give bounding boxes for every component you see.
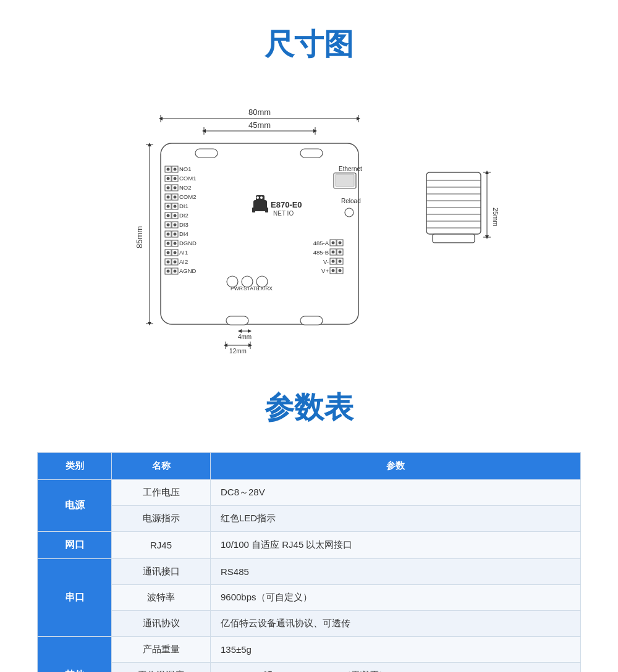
param-value: RS485 <box>211 559 581 585</box>
table-row: 工作温湿度 -40 ～ +85℃、5% ～ 95%RH（无凝露） <box>38 663 581 673</box>
table-row: 波特率 9600bps（可自定义） <box>38 585 581 611</box>
svg-text:V+: V+ <box>321 267 329 274</box>
svg-rect-91 <box>336 174 354 187</box>
params-section: 参数表 类别 名称 参数 电源 工作电压 DC8～28V 电源指示 红色LED <box>37 388 581 672</box>
svg-text:12mm: 12mm <box>229 348 247 355</box>
param-name: 产品重量 <box>112 637 211 663</box>
svg-rect-126 <box>426 172 481 234</box>
svg-text:DI1: DI1 <box>179 203 188 209</box>
svg-rect-13 <box>195 149 218 158</box>
header-name: 名称 <box>112 453 211 480</box>
svg-point-66 <box>167 261 170 264</box>
svg-rect-14 <box>300 149 323 158</box>
category-other: 其他 <box>38 637 112 673</box>
svg-rect-81 <box>253 200 267 211</box>
category-netport: 网口 <box>38 532 112 559</box>
param-name: 通讯协议 <box>112 611 211 637</box>
svg-text:AI2: AI2 <box>179 258 188 265</box>
param-name: 通讯接口 <box>112 559 211 585</box>
svg-point-48 <box>174 224 177 227</box>
header-category: 类别 <box>38 453 112 480</box>
svg-text:DI4: DI4 <box>179 230 188 237</box>
category-serial: 串口 <box>38 559 112 637</box>
svg-point-21 <box>167 177 170 180</box>
svg-point-28 <box>174 187 177 190</box>
param-value: DC8～28V <box>211 480 581 506</box>
svg-text:DI3: DI3 <box>179 221 188 228</box>
svg-text:NET IO: NET IO <box>273 210 294 217</box>
params-table: 类别 名称 参数 电源 工作电压 DC8～28V 电源指示 红色LED指示 <box>37 452 581 672</box>
table-row: 串口 通讯接口 RS485 <box>38 559 581 585</box>
params-title: 参数表 <box>37 388 581 427</box>
svg-point-83 <box>256 196 259 199</box>
svg-point-111 <box>332 269 335 272</box>
svg-point-68 <box>174 261 177 264</box>
svg-point-33 <box>174 196 177 199</box>
svg-point-106 <box>332 260 335 263</box>
table-row: 通讯协议 亿佰特云设备通讯协议、可透传 <box>38 611 581 637</box>
page-container: 尺寸图 <box>0 0 618 672</box>
param-value: 10/100 自适应 RJ45 以太网接口 <box>211 532 581 559</box>
svg-point-84 <box>260 196 263 199</box>
svg-text:V-: V- <box>323 258 329 265</box>
front-diagram: 80mm 45mm 85mm <box>117 89 377 357</box>
svg-rect-114 <box>226 316 248 325</box>
svg-point-38 <box>174 205 177 208</box>
param-value: 135±5g <box>211 637 581 663</box>
svg-point-108 <box>339 260 342 263</box>
svg-text:DI2: DI2 <box>179 212 188 219</box>
param-value: 红色LED指示 <box>211 506 581 532</box>
diagram-area: 80mm 45mm 85mm <box>37 89 581 357</box>
table-row: 电源指示 红色LED指示 <box>38 506 581 532</box>
header-param: 参数 <box>211 453 581 480</box>
svg-point-56 <box>167 242 170 245</box>
svg-point-16 <box>167 168 170 171</box>
table-row: 电源 工作电压 DC8～28V <box>38 480 581 506</box>
dimension-title: 尺寸图 <box>37 25 581 64</box>
svg-rect-115 <box>300 316 323 325</box>
side-diagram: 25mm <box>414 135 501 311</box>
svg-point-98 <box>339 242 342 245</box>
svg-text:TX/RX: TX/RX <box>257 285 273 292</box>
param-name: 波特率 <box>112 585 211 611</box>
svg-text:Reload: Reload <box>341 198 361 204</box>
param-name: RJ45 <box>112 532 211 559</box>
svg-text:NO1: NO1 <box>179 166 192 172</box>
svg-text:485-A: 485-A <box>313 240 329 246</box>
dimension-section: 尺寸图 <box>37 25 581 357</box>
svg-point-58 <box>174 242 177 245</box>
svg-text:COM1: COM1 <box>179 175 196 182</box>
svg-point-63 <box>174 251 177 254</box>
svg-text:4mm: 4mm <box>238 334 252 340</box>
param-value: 9600bps（可自定义） <box>211 585 581 611</box>
param-value: 亿佰特云设备通讯协议、可透传 <box>211 611 581 637</box>
svg-text:AGND: AGND <box>179 267 197 274</box>
svg-point-103 <box>339 251 342 254</box>
svg-text:85mm: 85mm <box>135 226 144 248</box>
svg-point-36 <box>167 205 170 208</box>
svg-text:25mm: 25mm <box>492 208 499 227</box>
svg-point-73 <box>174 270 177 273</box>
svg-point-41 <box>167 214 170 217</box>
table-row: 其他 产品重量 135±5g <box>38 637 581 663</box>
svg-point-26 <box>167 187 170 190</box>
svg-point-23 <box>174 177 177 180</box>
svg-text:AI1: AI1 <box>179 249 188 256</box>
svg-point-31 <box>167 196 170 199</box>
svg-text:COM2: COM2 <box>179 193 196 200</box>
svg-point-18 <box>174 168 177 171</box>
svg-point-46 <box>167 224 170 227</box>
svg-point-93 <box>345 208 353 217</box>
svg-point-113 <box>339 269 342 272</box>
svg-point-53 <box>174 233 177 236</box>
svg-point-101 <box>332 251 335 254</box>
svg-point-43 <box>174 214 177 217</box>
svg-rect-86 <box>265 208 268 212</box>
param-name: 电源指示 <box>112 506 211 532</box>
svg-text:NO2: NO2 <box>179 184 192 191</box>
svg-text:80mm: 80mm <box>248 107 271 117</box>
category-power: 电源 <box>38 480 112 532</box>
svg-text:DGND: DGND <box>179 240 197 246</box>
svg-point-51 <box>167 233 170 236</box>
svg-rect-85 <box>252 208 255 212</box>
